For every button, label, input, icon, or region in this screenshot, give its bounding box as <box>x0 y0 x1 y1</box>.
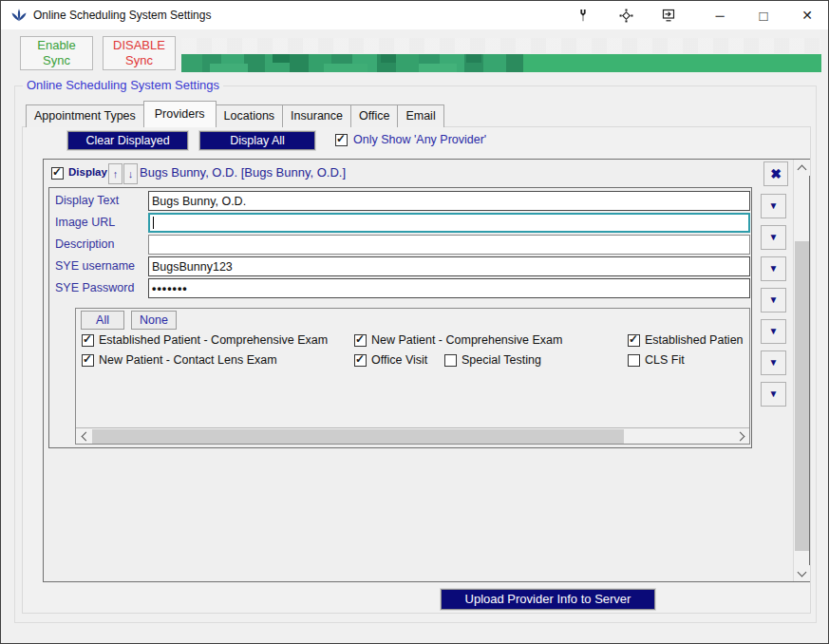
disable-sync-button[interactable]: DISABLE Sync <box>103 36 176 70</box>
appointment-label: Office Visit <box>371 353 427 367</box>
display-checkbox-label: Display <box>68 166 107 178</box>
appointment-types-group: All None ✓ Established Patient - Compreh… <box>75 308 750 445</box>
dropdown-button-7[interactable]: ▼ <box>761 382 786 407</box>
sye-username-input[interactable] <box>148 256 750 276</box>
checkbox-icon[interactable]: ✓ <box>628 354 640 367</box>
sync-status-bar-redacted <box>181 54 821 72</box>
titlebar[interactable]: Online Scheduling System Settings ─ □ ✕ <box>1 1 828 29</box>
target-diamond-icon[interactable] <box>613 4 638 27</box>
checkbox-icon[interactable]: ✓ <box>354 334 367 347</box>
dropdown-button-5[interactable]: ▼ <box>761 319 786 344</box>
remove-provider-button[interactable]: ✖ <box>763 161 788 186</box>
scroll-down-arrow-icon[interactable] <box>794 565 810 581</box>
tools-wrench-icon[interactable] <box>571 4 595 27</box>
clear-displayed-button[interactable]: Clear Displayed <box>67 131 188 150</box>
display-text-input[interactable] <box>148 191 750 211</box>
appointment-label: Special Testing <box>462 353 541 367</box>
image-url-label: Image URL <box>55 213 115 233</box>
minimize-button[interactable]: ─ <box>704 1 736 29</box>
send-to-screen-icon[interactable] <box>656 4 681 27</box>
provider-fields-panel: Display Text Image URL Description SYE u… <box>48 187 752 448</box>
maximize-button[interactable]: □ <box>747 1 780 29</box>
appointment-checkbox-row[interactable]: ✓ Established Patient - Comprehensive Ex… <box>82 333 328 347</box>
checkbox-icon[interactable]: ✓ <box>354 354 367 367</box>
disable-sync-label-line2: Sync <box>104 53 175 68</box>
tab-email[interactable]: Email <box>397 104 443 127</box>
dropdown-button-4[interactable]: ▼ <box>761 288 786 313</box>
close-button[interactable]: ✕ <box>791 1 823 29</box>
appointment-checkbox-row[interactable]: ✓ Special Testing <box>444 353 541 367</box>
horizontal-scrollbar-thumb[interactable] <box>92 429 624 444</box>
tab-office[interactable]: Office <box>350 104 398 127</box>
select-none-button[interactable]: None <box>131 311 177 330</box>
appointment-label: New Patient - Contact Lens Exam <box>99 353 277 367</box>
move-down-button[interactable]: ↓ <box>123 163 138 184</box>
vertical-scrollbar-thumb[interactable] <box>795 241 809 551</box>
scroll-up-arrow-icon[interactable] <box>794 160 810 176</box>
dropdown-button-2[interactable]: ▼ <box>761 225 786 250</box>
tab-locations[interactable]: Locations <box>216 104 284 127</box>
appointment-checkbox-row[interactable]: ✓ CLS Fit <box>628 353 685 367</box>
enable-sync-label-line1: Enable <box>21 38 92 53</box>
dropdown-button-6[interactable]: ▼ <box>761 350 786 375</box>
checkbox-icon[interactable]: ✓ <box>335 134 348 146</box>
checkbox-icon[interactable]: ✓ <box>628 334 640 347</box>
sye-password-input[interactable] <box>148 278 750 298</box>
checkbox-icon[interactable]: ✓ <box>444 354 457 367</box>
checkbox-icon[interactable]: ✓ <box>82 354 94 367</box>
display-checkbox[interactable]: ✓ <box>51 167 64 180</box>
providers-scroll-panel: ✓ Display ↑ ↓ Bugs Bunny, O.D. [Bugs Bun… <box>43 159 810 582</box>
scroll-left-arrow-icon[interactable] <box>76 428 92 445</box>
dropdown-button-3[interactable]: ▼ <box>761 256 786 281</box>
dropdown-button-1[interactable]: ▼ <box>761 194 786 218</box>
provider-name: Bugs Bunny, O.D. [Bugs Bunny, O.D.] <box>140 165 346 180</box>
only-show-any-provider-checkbox[interactable]: ✓ Only Show 'Any Provider' <box>335 133 486 146</box>
appointment-checkbox-row[interactable]: ✓ New Patient - Comprehensive Exam <box>354 333 562 347</box>
image-url-input[interactable] <box>148 213 750 233</box>
tab-providers[interactable]: Providers <box>143 101 217 127</box>
display-all-button[interactable]: Display All <box>199 131 315 150</box>
tab-strip: Appointment Types Providers Locations In… <box>26 101 443 127</box>
vertical-scrollbar[interactable] <box>793 160 809 581</box>
settings-groupbox-title: Online Scheduling System Settings <box>23 78 223 92</box>
only-show-any-provider-label: Only Show 'Any Provider' <box>353 133 486 146</box>
description-input[interactable] <box>148 235 750 255</box>
text-caret <box>153 217 154 229</box>
sye-username-label: SYE username <box>55 256 135 276</box>
app-window: Online Scheduling System Settings ─ □ ✕ … <box>0 0 829 644</box>
display-text-label: Display Text <box>55 191 119 211</box>
appointment-label: CLS Fit <box>645 353 685 367</box>
window-title: Online Scheduling System Settings <box>33 1 211 29</box>
select-all-button[interactable]: All <box>81 311 124 330</box>
enable-sync-button[interactable]: Enable Sync <box>20 36 93 70</box>
sye-password-label: SYE Password <box>55 278 134 298</box>
horizontal-scrollbar[interactable] <box>76 427 749 445</box>
appointment-checkbox-row[interactable]: ✓ Office Visit <box>354 353 427 367</box>
enable-sync-label-line2: Sync <box>21 53 92 68</box>
tab-insurance[interactable]: Insurance <box>282 104 351 127</box>
upload-provider-info-button[interactable]: Upload Provider Info to Server <box>441 589 655 610</box>
appointment-label: Established Patient - Comprehensive Exam <box>99 333 328 347</box>
description-label: Description <box>55 235 115 255</box>
appointment-label: Established Patien <box>645 333 744 347</box>
scroll-right-arrow-icon[interactable] <box>733 428 749 445</box>
disable-sync-label-line1: DISABLE <box>104 38 175 53</box>
appointment-label: New Patient - Comprehensive Exam <box>371 333 562 347</box>
checkbox-icon[interactable]: ✓ <box>82 334 94 347</box>
tab-appointment-types[interactable]: Appointment Types <box>26 104 144 127</box>
redacted-strip <box>181 38 821 53</box>
appointment-checkbox-row[interactable]: ✓ New Patient - Contact Lens Exam <box>82 353 277 367</box>
move-up-button[interactable]: ↑ <box>108 163 122 184</box>
appointment-checkbox-row[interactable]: ✓ Established Patien <box>628 333 744 347</box>
app-logo-icon <box>10 7 28 24</box>
